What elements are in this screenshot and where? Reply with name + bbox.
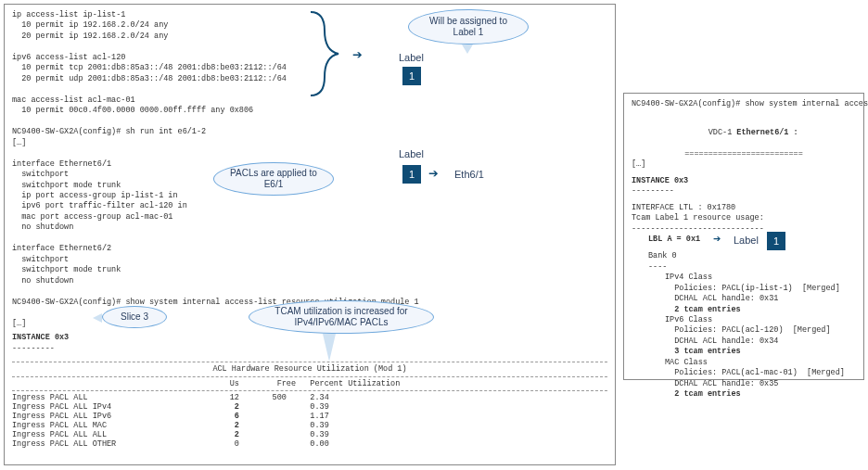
cli-line: mac port access-group acl-mac-01 [12,212,607,222]
cli-line: no shutdown [12,276,607,286]
arrow-right-icon: ➔ [428,163,439,184]
cli-line: ipv6 port traffic-filter acl-120 in [12,201,607,211]
divider-bot [12,390,607,391]
label-word-top: Label [399,52,424,63]
label-chip-top: 1 [402,67,421,85]
mac-ent: 2 tcam entries [665,389,856,400]
vdc-prefix: VDC-1 [708,128,737,137]
cli-line: […] [12,138,607,148]
eth-label: Eth6/1 [454,169,484,180]
label-chip-mid: 1 [402,165,421,184]
divider-mid [12,376,607,377]
cli-line [12,117,607,127]
instance-right-ul: --------- [632,186,856,197]
ipv6-pol: Policies: PACL(acl-120) [Merged] [665,325,856,336]
table-row: Ingress PACL ALL IPv6 6 1.17 [12,412,607,421]
label-word-right: Label [734,235,759,246]
iface-ltl: INTERFACE LTL : 0x1780 [632,203,856,213]
table-row: Ingress PACL ALL MAC 2 0.39 [12,421,607,430]
table-header: Us Free Percent Utilization [12,379,607,388]
right-cmd: NC9400-SW-GX2A(config)# show system inte… [632,99,856,109]
table-title: ACL Hardware Resource Utilization (Mod 1… [12,364,607,375]
ipv4-hdl: DCHAL ACL handle: 0x31 [665,294,856,304]
bank-line: Bank 0 [648,251,856,261]
ellipsis-right: […] [632,159,856,170]
mac-class: MAC Class [665,358,856,368]
instance-underline: --------- [12,344,607,354]
ipv6-class: IPv6 Class [665,315,856,325]
cli-line: ip port access-group ip-list-1 in [12,191,607,201]
vdc-line: VDC-1 Ethernet6/1 : [632,117,856,148]
ipv4-pol: Policies: PACL(ip-list-1) [Merged] [665,284,856,294]
vdc-interface: Ethernet6/1 : [736,128,798,137]
cli-line: interface Ethernet6/2 [12,244,607,254]
ipv4-class: IPv4 Class [665,273,856,283]
table-row: Ingress PACL ALL ALL 2 0.39 [12,430,607,439]
tcam-ul: ---------------------------- [632,224,856,235]
cli-line [12,234,607,244]
brace-icon [306,7,343,100]
ipv6-ent: 3 tcam entries [665,347,856,357]
bank-ul: ---- [648,262,856,273]
lbl-a: LBL A = 0x1 [648,235,700,245]
right-terminal-panel: NC9400-SW-GX2A(config)# show system inte… [623,93,864,380]
cli-line [12,148,607,159]
bubble-tcam: TCAM utilization is increased for IPv4/I… [249,300,434,334]
ipv4-ent: 2 tcam entries [665,305,856,315]
instance-right: INSTANCE 0x3 [632,176,856,186]
mac-pol: Policies: PACL(acl-mac-01) [Merged] [665,368,856,378]
mac-hdl: DCHAL ACL handle: 0x35 [665,379,856,389]
arrow-right-icon: ➔ [352,44,363,65]
vdc-underline: ========================= [632,149,856,159]
cli-line: no shutdown [12,222,607,233]
bubble-pointer-icon [93,313,102,323]
table-row: Ingress PACL ALL OTHER 0 0.00 [12,439,607,449]
bubble-label1: Will be assigned to Label 1 [408,9,529,44]
table-row: Ingress PACL ALL 12 500 2.34 [12,393,607,402]
cli-line [12,286,607,297]
bubble-pacl: PACLs are applied to E6/1 [213,162,334,196]
cli-line: 10 permit 00c0.4f00.0000 0000.00ff.ffff … [12,106,607,116]
tcam-label-line: Tcam Label 1 resource usage: [632,213,856,223]
label-chip-right: 1 [767,232,785,250]
utilization-table: Ingress PACL ALL 12 500 2.34Ingress PACL… [12,393,607,449]
cli-line: switchport [12,255,607,265]
label-word-mid: Label [399,148,424,159]
instance-line: INSTANCE 0x3 [12,333,607,343]
cli-line: switchport mode trunk [12,265,607,275]
bubble-pointer-icon [323,334,336,362]
arrow-right-icon: ➔ [713,231,721,247]
cli-line: NC9400-SW-GX2A(config)# sh run int e6/1-… [12,127,607,137]
ipv6-hdl: DCHAL ACL handle: 0x34 [665,337,856,347]
bubble-slice: Slice 3 [102,306,167,328]
bubble-pointer-icon [462,44,473,54]
table-row: Ingress PACL ALL IPv4 2 0.39 [12,402,607,412]
divider-top [12,362,607,362]
